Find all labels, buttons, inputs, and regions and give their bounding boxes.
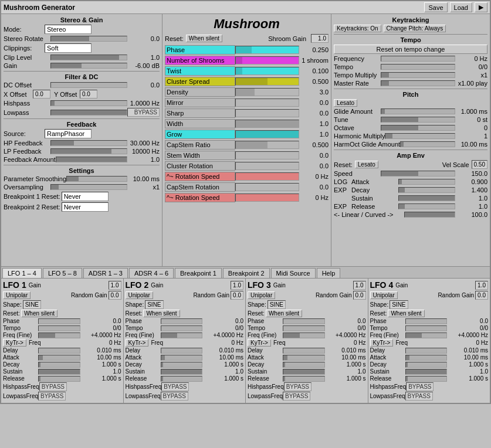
lfo-tempo-slider-3[interactable] — [283, 325, 325, 331]
lfo-unipolar-2[interactable]: Unipolar — [126, 291, 153, 299]
lfo-gain-val-2[interactable]: 1.0 — [231, 281, 243, 290]
lfo-decay-slider-2[interactable] — [161, 362, 203, 368]
lfo-freq-fine-slider-3[interactable] — [283, 332, 325, 338]
lp-feedback-slider[interactable] — [50, 148, 127, 154]
tab-3[interactable]: ADSR 4 – 6 — [129, 268, 174, 278]
glide-amount-slider[interactable] — [381, 108, 455, 114]
gain-slider[interactable] — [50, 63, 127, 69]
lfo-unipolar-3[interactable]: Unipolar — [248, 291, 275, 299]
lfo-unipolar-1[interactable]: Unipolar — [3, 291, 31, 299]
bp1-value[interactable]: Never — [62, 192, 109, 201]
param-slider-3[interactable] — [235, 77, 299, 86]
save-button[interactable]: Save — [424, 2, 447, 12]
param-slider-9[interactable] — [235, 141, 299, 149]
harmonic-multiply-slider[interactable] — [385, 133, 455, 139]
param-slider-6[interactable] — [235, 109, 299, 117]
lfo-sustain-slider-3[interactable] — [283, 369, 325, 375]
param-slider-12[interactable] — [235, 172, 299, 181]
attack-slider[interactable] — [398, 179, 455, 185]
lfo-attack-slider-4[interactable] — [405, 355, 448, 361]
lfo-kytr-1[interactable]: KyTr-> — [3, 339, 26, 347]
param-slider-14[interactable] — [235, 194, 299, 202]
lfo-phase-slider-1[interactable] — [38, 318, 80, 324]
y-offset-val[interactable]: 0.0 — [80, 90, 97, 99]
param-slider-4[interactable] — [235, 88, 299, 96]
param-slider-10[interactable] — [235, 151, 299, 159]
lfo-phase-slider-3[interactable] — [283, 318, 325, 324]
decay-slider[interactable] — [398, 187, 455, 193]
lfo-release-slider-1[interactable] — [38, 376, 80, 382]
master-rate-slider[interactable] — [381, 80, 455, 86]
frequency-slider[interactable] — [381, 56, 455, 62]
lfo-gain-val-1[interactable]: 1.0 — [109, 281, 121, 290]
reset-value[interactable]: When silent — [186, 35, 222, 42]
lfo-release-slider-2[interactable] — [161, 376, 203, 382]
lfo-kytr-2[interactable]: KyTr-> — [126, 339, 149, 347]
param-slider-13[interactable] — [235, 183, 299, 191]
lfo-delay-slider-1[interactable] — [38, 348, 80, 354]
tab-0[interactable]: LFO 1 – 4 — [2, 268, 42, 278]
amp-env-reset-value[interactable]: Lesato — [355, 161, 378, 168]
param-slider-7[interactable] — [235, 120, 299, 128]
lfo-sustain-slider-4[interactable] — [405, 369, 448, 375]
tab-6[interactable]: Midi Source — [271, 268, 316, 278]
mode-value[interactable]: Stereo — [45, 25, 92, 34]
tempo-slider[interactable] — [381, 64, 455, 70]
lfo-gain-val-3[interactable]: 1.0 — [353, 281, 366, 290]
lfo-release-slider-3[interactable] — [283, 376, 325, 382]
param-slider-2[interactable] — [235, 67, 299, 75]
tab-7[interactable]: Help — [317, 268, 341, 278]
param-slider-11[interactable] — [235, 162, 299, 170]
legato-label[interactable]: Lesato — [334, 99, 357, 107]
lfo-kytr-4[interactable]: KyTr-> — [370, 339, 394, 347]
lfo-decay-slider-4[interactable] — [405, 362, 448, 368]
linear-slider[interactable] — [404, 212, 455, 218]
param-smooth-slider[interactable] — [66, 176, 127, 182]
vel-scale-val[interactable]: 0.50 — [472, 160, 487, 169]
lfo-tempo-slider-4[interactable] — [405, 325, 448, 331]
lfo-delay-slider-3[interactable] — [283, 348, 325, 354]
keytracking-on[interactable]: Keytrackins: On — [334, 25, 381, 32]
stereo-rotate-slider[interactable] — [50, 36, 127, 42]
octave-slider[interactable] — [381, 125, 455, 131]
lfo-delay-slider-4[interactable] — [405, 348, 448, 354]
lfo-kytr-3[interactable]: KyTr-> — [248, 339, 271, 347]
param-slider-5[interactable] — [235, 99, 299, 107]
lfo-attack-slider-2[interactable] — [161, 355, 203, 361]
lfo-attack-slider-1[interactable] — [38, 355, 80, 361]
lfo-reset-val-4[interactable]: When silent — [388, 310, 424, 317]
lfo-release-slider-4[interactable] — [405, 376, 448, 382]
lfo-phase-slider-2[interactable] — [161, 318, 203, 324]
lfo-shape-val-2[interactable]: SINE — [145, 300, 163, 309]
lfo-tempo-slider-1[interactable] — [38, 325, 80, 331]
param-slider-0[interactable] — [235, 46, 299, 54]
hp-feedback-slider[interactable] — [50, 140, 127, 146]
shroom-gain-val[interactable]: 1.0 — [311, 34, 329, 43]
lfo-freq-fine-slider-2[interactable] — [161, 332, 203, 338]
tab-4[interactable]: Breakpoint 1 — [175, 268, 222, 278]
lfo-unipolar-4[interactable]: Unipolar — [370, 291, 398, 299]
lfo-decay-slider-3[interactable] — [283, 362, 325, 368]
speed-slider[interactable] — [381, 171, 455, 177]
source-value[interactable]: RampPhasor — [45, 129, 92, 138]
x-offset-val[interactable]: 0.0 — [33, 90, 50, 99]
lfo-freq-fine-slider-1[interactable] — [38, 332, 80, 338]
sustain-slider[interactable] — [398, 195, 455, 201]
lfo-random-val-1[interactable]: 0.0 — [109, 291, 121, 300]
tempo-multiply-slider[interactable] — [381, 72, 455, 78]
bp2-value[interactable]: Never — [62, 202, 109, 212]
lfo-freq-fine-slider-4[interactable] — [405, 332, 448, 338]
change-pitch[interactable]: Change Pitch: Always — [384, 25, 446, 32]
tab-5[interactable]: Breakpoint 2 — [223, 268, 270, 278]
lfo-random-val-4[interactable]: 0.0 — [475, 291, 488, 300]
lfo-reset-val-1[interactable]: When silent — [21, 310, 57, 317]
param-slider-1[interactable] — [235, 56, 299, 65]
param-slider-8[interactable] — [235, 130, 299, 138]
lfo-sustain-slider-1[interactable] — [38, 369, 80, 375]
lfo-phase-slider-4[interactable] — [405, 318, 448, 324]
highpass-slider[interactable] — [50, 100, 127, 106]
lfo-random-val-2[interactable]: 0.0 — [231, 291, 243, 300]
tab-2[interactable]: ADSR 1 – 3 — [83, 268, 128, 278]
lfo-shape-val-4[interactable]: SINE — [390, 300, 408, 309]
feedback-amount-slider[interactable] — [56, 157, 127, 162]
